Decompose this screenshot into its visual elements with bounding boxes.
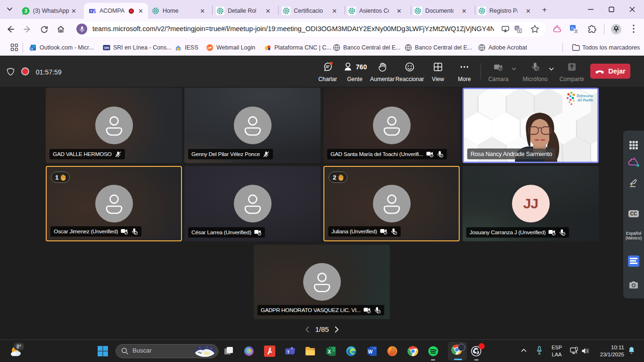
svg-text:O: O (30, 47, 33, 51)
svg-text:文: 文 (574, 29, 578, 33)
svg-text:T: T (287, 350, 290, 354)
svg-text:X: X (328, 349, 331, 354)
svg-text:W: W (368, 349, 373, 354)
svg-text:3: 3 (25, 8, 27, 14)
svg-text:Defensoría: Defensoría (576, 94, 593, 98)
svg-text:cP: cP (207, 46, 212, 50)
svg-text:T: T (90, 9, 92, 14)
svg-text:SRI: SRI (104, 46, 109, 49)
svg-text:del Pueblo: del Pueblo (578, 98, 593, 102)
svg-text:文: 文 (518, 29, 521, 33)
